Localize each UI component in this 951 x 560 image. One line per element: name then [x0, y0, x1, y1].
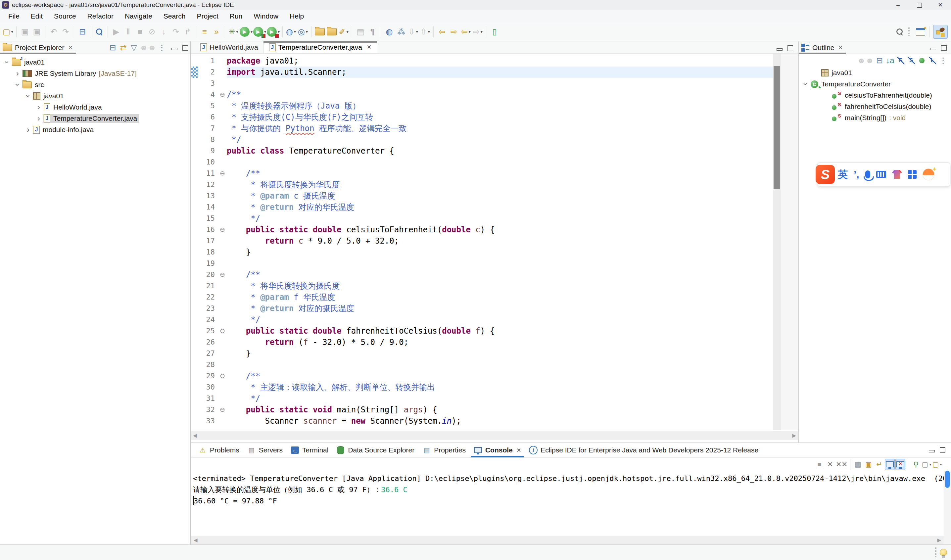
- code-line-33[interactable]: 33 Scanner scanner = new Scanner(System.…: [191, 415, 773, 427]
- menu-window[interactable]: Window: [248, 12, 284, 20]
- ime-assistant-icon[interactable]: [923, 168, 934, 180]
- hide-fields-icon[interactable]: F: [896, 54, 906, 67]
- fold-collapse-icon[interactable]: ⊖: [218, 89, 227, 100]
- view-menu-icon[interactable]: ⋮: [157, 41, 167, 54]
- next-annotation-icon[interactable]: ⇩▾: [408, 25, 419, 38]
- maximize-editor-icon[interactable]: [785, 43, 795, 53]
- project-tree-item[interactable]: ›Jjava01: [0, 57, 190, 68]
- console-tab-eclipse[interactable]: iEclipse IDE for Enterprise Java and Web…: [525, 443, 762, 457]
- minimize-editor-icon[interactable]: [774, 43, 785, 53]
- remove-all-terminated-icon[interactable]: ✕✕: [836, 459, 847, 470]
- maximize-view-icon[interactable]: [937, 445, 947, 455]
- outline-tree-item[interactable]: ScelsiusToFahrenheit(double): [799, 90, 951, 101]
- menu-source[interactable]: Source: [48, 12, 82, 20]
- fold-collapse-icon[interactable]: ⊖: [218, 404, 227, 415]
- terminate-console-icon[interactable]: ■: [815, 459, 825, 470]
- scroll-right-icon[interactable]: ▶: [937, 537, 941, 543]
- code-line-16[interactable]: 16⊖ public static double celsiusToFahren…: [191, 224, 773, 235]
- code-line-17[interactable]: 17 return c * 9.0 / 5.0 + 32.0;: [191, 235, 773, 246]
- clear-console-icon[interactable]: ▤: [853, 459, 863, 470]
- fold-collapse-icon[interactable]: ⊖: [218, 325, 227, 337]
- redo-icon[interactable]: ↷: [60, 25, 71, 38]
- code-line-32[interactable]: 32⊖ public static void main(String[] arg…: [191, 404, 773, 415]
- project-tree-item[interactable]: ›java01: [0, 90, 190, 102]
- code-line-6[interactable]: 6 * 支持摄氏度(C)与华氏度(F)之间互转: [191, 112, 773, 123]
- ime-language-mode[interactable]: 英: [838, 168, 848, 182]
- collaboration-icon[interactable]: ☻☻: [139, 41, 156, 54]
- console-tab-console[interactable]: Console✕: [470, 443, 525, 457]
- tab-outline[interactable]: Outline ✕: [799, 42, 846, 54]
- collapse-icon[interactable]: ›: [2, 58, 12, 66]
- tab-project-explorer[interactable]: Project Explorer ✕: [0, 42, 76, 54]
- minimize-view-icon[interactable]: [169, 43, 179, 52]
- close-icon[interactable]: ✕: [517, 447, 521, 454]
- code-line-11[interactable]: 11⊖ /**: [191, 168, 773, 179]
- step-return-icon[interactable]: ↱: [182, 25, 193, 38]
- scroll-lock-icon[interactable]: ▣: [863, 459, 874, 470]
- code-line-15[interactable]: 15 */: [191, 213, 773, 224]
- sogou-logo-icon[interactable]: S: [816, 165, 835, 184]
- fold-collapse-icon[interactable]: ⊖: [218, 168, 227, 179]
- editor-tab-temperatureconverter-java[interactable]: JTemperatureConverter.java✕: [263, 41, 377, 53]
- notification-bulb-icon[interactable]: [940, 549, 947, 556]
- display-selected-console-icon[interactable]: ▢▾: [922, 459, 931, 470]
- java-ee-perspective-icon[interactable]: [933, 25, 948, 39]
- keyboard-icon[interactable]: [876, 171, 886, 178]
- console-tab-data[interactable]: Data Source Explorer: [332, 443, 419, 457]
- code-line-3[interactable]: 3: [191, 78, 773, 89]
- collapse-all-icon[interactable]: ⊟: [874, 54, 885, 67]
- editor-horizontal-scrollbar[interactable]: ◀ ▶: [191, 431, 798, 440]
- outline-tree-item[interactable]: SfahrenheitToCelsius(double): [799, 101, 951, 112]
- import-icon[interactable]: [314, 25, 325, 38]
- scroll-left-icon[interactable]: ◀: [194, 537, 198, 543]
- editor-vscroll-thumb[interactable]: [774, 66, 780, 189]
- maximize-window-button[interactable]: [909, 0, 930, 10]
- code-line-7[interactable]: 7 * 与你提供的 Python 程序功能、逻辑完全一致: [191, 123, 773, 134]
- collapse-all-icon[interactable]: ⊟: [108, 41, 117, 54]
- code-line-5[interactable]: 5 * 温度转换器示例程序（Java 版）: [191, 100, 773, 112]
- console-tab-properties[interactable]: ▤Properties: [419, 443, 470, 457]
- maximize-view-icon[interactable]: [180, 43, 190, 52]
- editor-vertical-scrollbar[interactable]: [773, 54, 781, 430]
- menu-run[interactable]: Run: [224, 12, 248, 20]
- code-line-27[interactable]: 27 }: [191, 348, 773, 359]
- code-line-24[interactable]: 24 */: [191, 314, 773, 325]
- undo-icon[interactable]: ↶: [48, 25, 59, 38]
- expand-icon[interactable]: ›: [34, 103, 43, 112]
- code-line-21[interactable]: 21 * 将华氏度转换为摄氏度: [191, 280, 773, 292]
- close-icon[interactable]: ✕: [839, 45, 843, 51]
- fold-collapse-icon[interactable]: ⊖: [218, 370, 227, 382]
- ime-toolbox-icon[interactable]: [908, 170, 917, 179]
- project-tree-item[interactable]: ›JRE System Library[JavaSE-17]: [0, 68, 190, 79]
- editor-tab-helloworld-java[interactable]: JHelloWorld.java: [195, 41, 263, 53]
- console-horizontal-scrollbar[interactable]: ◀ ▶: [191, 536, 944, 545]
- profile-icon[interactable]: ▶▾: [267, 25, 280, 38]
- back-icon[interactable]: ⇦▾: [460, 25, 471, 38]
- code-line-4[interactable]: 4⊖/**: [191, 89, 773, 100]
- code-line-8[interactable]: 8 */: [191, 134, 773, 145]
- expand-icon[interactable]: ›: [13, 69, 22, 78]
- project-tree-item[interactable]: ›JTemperatureConverter.java: [0, 113, 190, 124]
- close-icon[interactable]: ✕: [367, 44, 371, 51]
- mark-text-icon[interactable]: ✐▾: [338, 25, 349, 38]
- scroll-right-icon[interactable]: ▶: [792, 432, 796, 438]
- code-line-10[interactable]: 10: [191, 157, 773, 168]
- close-window-button[interactable]: ✕: [930, 0, 951, 10]
- collapse-icon[interactable]: ›: [13, 80, 22, 89]
- minimize-view-icon[interactable]: [928, 43, 938, 52]
- hide-non-public-icon[interactable]: [917, 54, 927, 67]
- console-tab-terminal[interactable]: ›_Terminal: [287, 443, 332, 457]
- console-vertical-scrollbar[interactable]: [944, 471, 951, 544]
- ime-punctuation-icon[interactable]: ’,: [854, 169, 859, 180]
- forward-icon[interactable]: ⇨▾: [472, 25, 483, 38]
- code-line-23[interactable]: 23 * @return 对应的摄氏温度: [191, 303, 773, 314]
- menu-refactor[interactable]: Refactor: [82, 12, 119, 20]
- close-icon[interactable]: ✕: [68, 45, 72, 51]
- export-icon[interactable]: [326, 25, 337, 38]
- console-tab-problems[interactable]: ⚠Problems: [194, 443, 243, 457]
- fold-collapse-icon[interactable]: ⊖: [218, 269, 227, 280]
- open-type-hierarchy-icon[interactable]: ⁂: [395, 25, 407, 38]
- project-tree-item[interactable]: ›JHelloWorld.java: [0, 102, 190, 113]
- code-line-19[interactable]: 19: [191, 258, 773, 269]
- console-output[interactable]: <terminated> TemperatureConverter [Java …: [191, 471, 951, 538]
